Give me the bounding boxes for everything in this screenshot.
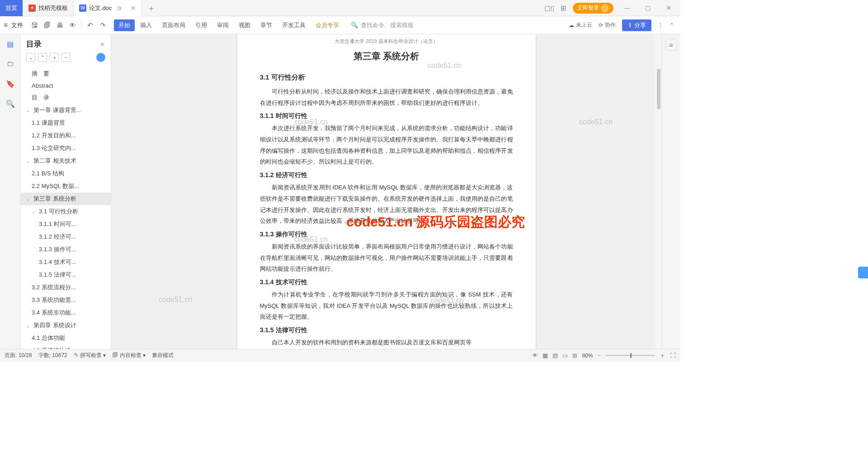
save-icon[interactable]: 🖫	[28, 19, 40, 31]
ribbon-tab-vip[interactable]: 会员专享	[311, 19, 344, 31]
fullscreen-icon[interactable]: ⛶	[670, 352, 676, 359]
close-window-icon[interactable]: ✕	[661, 5, 676, 11]
outline-list: 摘 要Abstract目 录⌄第一章 课题背景...1.1 课题背景1.2 开发…	[21, 66, 111, 349]
menu-icon[interactable]: ≡	[4, 21, 8, 29]
zoom-slider[interactable]	[605, 355, 655, 356]
undo-icon[interactable]: ↶	[84, 19, 96, 31]
outline-label: 3.1.3 操作可...	[39, 245, 76, 254]
outline-item[interactable]: 3.3 系统功能需...	[21, 294, 111, 306]
collab-icon: ⟳	[599, 22, 603, 28]
outline-item[interactable]: ⌄第一章 课题背景...	[21, 104, 111, 117]
zoom-in-icon[interactable]: ＋	[660, 352, 665, 360]
outline-item[interactable]: 目 录	[21, 91, 111, 104]
heading-3-1-2: 3.1.2 经济可行性	[260, 171, 513, 179]
outline-item[interactable]: 1.3 论文研究内...	[21, 142, 111, 155]
content-check-icon: 🗐	[112, 352, 118, 358]
outline-item[interactable]: 3.2 系统流程分...	[21, 281, 111, 294]
status-words[interactable]: 字数: 10672	[38, 352, 67, 359]
view-print-icon[interactable]: ▦	[542, 352, 548, 359]
tab-document[interactable]: W论文.doc⧉✕	[74, 0, 142, 16]
outline-item[interactable]: ⌄第三章 系统分析	[21, 193, 111, 205]
outline-label: 3.3 系统功能需...	[32, 296, 76, 304]
outline-item[interactable]: ⌄第二章 相关技术	[21, 155, 111, 167]
close-icon[interactable]: ✕	[131, 5, 136, 12]
status-content-check[interactable]: 🗐 内容检查 ▾	[112, 352, 146, 359]
status-compat[interactable]: 兼容模式	[152, 352, 174, 359]
ribbon-tab-start[interactable]: 开始	[114, 19, 135, 31]
collab-button[interactable]: ⟳协作	[599, 21, 616, 29]
chevron-down-icon: ⌄	[26, 197, 32, 202]
ribbon-tab-devtools[interactable]: 开发工具	[278, 19, 310, 31]
apps-icon[interactable]: ⊞	[561, 4, 566, 12]
outline-item[interactable]: 摘 要	[21, 67, 111, 80]
outline-item[interactable]: 2.1 B/S 结构	[21, 167, 111, 180]
outline-icon[interactable]: ▤	[5, 39, 15, 49]
remove-section-icon[interactable]: −	[61, 53, 71, 62]
outline-item[interactable]: Abstract	[21, 80, 111, 91]
outline-label: 第三章 系统分析	[33, 195, 76, 203]
outline-label: 目 录	[32, 94, 49, 102]
ribbon-tab-layout[interactable]: 页面布局	[157, 19, 190, 31]
find-icon[interactable]: 🔍	[5, 99, 15, 108]
print-icon[interactable]: 🖶	[54, 19, 66, 31]
outline-item[interactable]: ⌄3.1 可行性分析	[21, 205, 111, 218]
status-spellcheck[interactable]: ✎ 拼写检查 ▾	[74, 352, 106, 359]
properties-icon[interactable]: ≡	[665, 39, 677, 51]
more-icon[interactable]: ⋮	[658, 22, 663, 28]
view-eye-icon[interactable]: 👁	[532, 352, 538, 359]
outline-item[interactable]: 4.1 总体功能	[21, 332, 111, 344]
heading-3-1-4: 3.1.4 技术可行性	[260, 278, 513, 287]
expand-all-icon[interactable]: ⌃	[38, 53, 47, 62]
outline-item[interactable]: 3.1.3 操作可...	[21, 243, 111, 256]
outline-item[interactable]: 3.1.1 时间可...	[21, 218, 111, 230]
outline-item[interactable]: 3.1.2 经济可...	[21, 230, 111, 243]
outline-item[interactable]: 3.4 系统非功能...	[21, 306, 111, 319]
view-outline-icon[interactable]: ▭	[562, 352, 568, 359]
outline-close-icon[interactable]: ✕	[100, 41, 105, 48]
outline-label: Abstract	[32, 82, 53, 89]
share-button[interactable]: ⇪分享	[622, 19, 651, 31]
outline-settings-icon[interactable]	[96, 53, 105, 62]
view-read-icon[interactable]: ⊞	[572, 352, 577, 359]
view-web-icon[interactable]: ▤	[552, 352, 558, 359]
print-preview-icon[interactable]: 👁	[66, 19, 78, 31]
bookmark-icon[interactable]: 🔖	[5, 79, 15, 89]
tab-template[interactable]: ✦找稻壳模板	[23, 0, 74, 16]
duplicate-icon[interactable]: ⧉	[118, 5, 122, 11]
zoom-out-icon[interactable]: −	[597, 352, 601, 359]
outline-item[interactable]: 1.1 课题背景	[21, 117, 111, 129]
add-section-icon[interactable]: ＋	[50, 53, 59, 62]
ribbon-tab-section[interactable]: 章节	[256, 19, 277, 31]
minimize-icon[interactable]: —	[620, 5, 634, 11]
outline-item[interactable]: 3.1.5 法律可...	[21, 268, 111, 281]
status-page[interactable]: 页面: 10/28	[5, 352, 32, 359]
tab-home[interactable]: 首页	[0, 0, 23, 16]
file-menu[interactable]: 文件	[11, 21, 23, 29]
collapse-ribbon-icon[interactable]: ⌃	[670, 22, 674, 28]
zoom-value[interactable]: 80%	[582, 353, 593, 359]
scrollbar[interactable]	[655, 34, 661, 349]
body-text: 新闻资讯系统开发用到 IDEA 软件和运用 MySQL 数据库，使用的浏览器都是…	[260, 182, 513, 227]
outline-item[interactable]: ⌄第四章 系统设计	[21, 319, 111, 332]
collapse-all-icon[interactable]: ⌄	[26, 53, 35, 62]
ribbon-tab-review[interactable]: 审阅	[212, 19, 233, 31]
save-as-icon[interactable]: 🗐	[41, 19, 53, 31]
login-button[interactable]: 立即登录	[573, 3, 613, 14]
scroll-thumb[interactable]	[657, 69, 660, 109]
outline-item[interactable]: 4.2 系统模块设...	[21, 344, 111, 349]
cloud-status[interactable]: ☁未上云	[569, 21, 592, 29]
command-search[interactable]: 🔍查找命令、搜索模板	[351, 21, 414, 29]
ribbon-tab-references[interactable]: 引用	[191, 19, 212, 31]
outline-item[interactable]: 1.2 开发目的和...	[21, 129, 111, 142]
outline-label: 3.1.1 时间可...	[39, 220, 76, 228]
ribbon-tab-view[interactable]: 视图	[234, 19, 255, 31]
maximize-icon[interactable]: ▢	[641, 5, 655, 11]
layout-icon[interactable]: ▢▯	[544, 4, 554, 12]
new-tab-button[interactable]: ＋	[142, 3, 161, 14]
redo-icon[interactable]: ↷	[97, 19, 108, 31]
outline-label: 摘 要	[32, 70, 49, 78]
ribbon-tab-insert[interactable]: 插入	[136, 19, 156, 31]
outline-item[interactable]: 3.1.4 技术可...	[21, 256, 111, 268]
structure-icon[interactable]: 🗀	[5, 59, 15, 69]
outline-item[interactable]: 2.2 MySQL 数据...	[21, 180, 111, 193]
